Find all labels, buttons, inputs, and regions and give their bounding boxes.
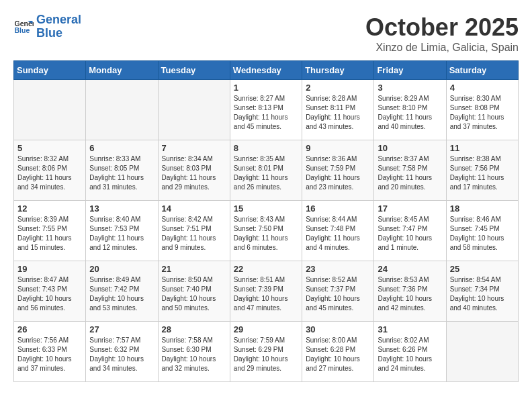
day-info: Sunrise: 8:36 AMSunset: 7:59 PMDaylight:… <box>306 154 370 192</box>
day-info: Sunrise: 8:52 AMSunset: 7:37 PMDaylight:… <box>306 275 370 313</box>
day-number: 21 <box>162 264 226 274</box>
logo-line2: Blue <box>36 27 81 40</box>
day-info: Sunrise: 8:43 AMSunset: 7:50 PMDaylight:… <box>234 215 298 253</box>
logo-text: General Blue <box>36 13 81 40</box>
day-info: Sunrise: 8:54 AMSunset: 7:34 PMDaylight:… <box>450 275 515 313</box>
svg-text:Blue: Blue <box>15 26 30 34</box>
calendar-table: SundayMondayTuesdayWednesdayThursdayFrid… <box>13 60 519 382</box>
day-number: 12 <box>17 203 82 214</box>
day-info: Sunrise: 8:51 AMSunset: 7:39 PMDaylight:… <box>234 275 298 313</box>
calendar-week-4: 19Sunrise: 8:47 AMSunset: 7:43 PMDayligh… <box>14 261 519 322</box>
day-number: 11 <box>450 143 515 153</box>
calendar-cell: 18Sunrise: 8:46 AMSunset: 7:45 PMDayligh… <box>446 201 518 261</box>
calendar-cell: 25Sunrise: 8:54 AMSunset: 7:34 PMDayligh… <box>446 261 518 322</box>
day-number: 4 <box>450 83 515 93</box>
day-number: 25 <box>450 264 515 274</box>
day-number: 3 <box>378 83 442 93</box>
calendar-week-1: 1Sunrise: 8:27 AMSunset: 8:13 PMDaylight… <box>14 80 519 140</box>
day-info: Sunrise: 8:45 AMSunset: 7:47 PMDaylight:… <box>378 215 442 253</box>
weekday-header-saturday: Saturday <box>446 61 518 80</box>
weekday-header-monday: Monday <box>86 61 158 80</box>
day-info: Sunrise: 8:39 AMSunset: 7:55 PMDaylight:… <box>17 215 82 253</box>
calendar-cell: 6Sunrise: 8:33 AMSunset: 8:05 PMDaylight… <box>86 140 158 201</box>
calendar-cell <box>446 322 518 382</box>
calendar-cell: 15Sunrise: 8:43 AMSunset: 7:50 PMDayligh… <box>230 201 302 261</box>
day-info: Sunrise: 8:40 AMSunset: 7:53 PMDaylight:… <box>89 215 154 253</box>
day-info: Sunrise: 8:32 AMSunset: 8:06 PMDaylight:… <box>17 154 82 192</box>
day-number: 5 <box>17 143 82 153</box>
calendar-cell: 10Sunrise: 8:37 AMSunset: 7:58 PMDayligh… <box>374 140 446 201</box>
day-number: 9 <box>306 143 370 153</box>
month-title: October 2025 <box>365 13 519 42</box>
calendar-cell <box>14 80 86 140</box>
day-info: Sunrise: 8:29 AMSunset: 8:10 PMDaylight:… <box>378 94 442 132</box>
calendar-cell: 17Sunrise: 8:45 AMSunset: 7:47 PMDayligh… <box>374 201 446 261</box>
day-info: Sunrise: 8:34 AMSunset: 8:03 PMDaylight:… <box>162 154 226 192</box>
day-info: Sunrise: 8:38 AMSunset: 7:56 PMDaylight:… <box>450 154 515 192</box>
day-number: 10 <box>378 143 442 153</box>
calendar-cell: 27Sunrise: 7:57 AMSunset: 6:32 PMDayligh… <box>86 322 158 382</box>
day-number: 29 <box>234 324 298 334</box>
calendar-cell: 24Sunrise: 8:53 AMSunset: 7:36 PMDayligh… <box>374 261 446 322</box>
day-number: 20 <box>89 264 154 274</box>
weekday-header-friday: Friday <box>374 61 446 80</box>
calendar-cell <box>158 80 230 140</box>
title-area: October 2025 Xinzo de Limia, Galicia, Sp… <box>365 13 519 54</box>
calendar-cell: 13Sunrise: 8:40 AMSunset: 7:53 PMDayligh… <box>86 201 158 261</box>
day-info: Sunrise: 8:53 AMSunset: 7:36 PMDaylight:… <box>378 275 442 313</box>
day-info: Sunrise: 8:37 AMSunset: 7:58 PMDaylight:… <box>378 154 442 192</box>
logo: General Blue General Blue <box>13 13 81 40</box>
day-number: 6 <box>89 143 154 153</box>
calendar-cell <box>86 80 158 140</box>
day-number: 1 <box>234 83 298 93</box>
calendar-cell: 29Sunrise: 7:59 AMSunset: 6:29 PMDayligh… <box>230 322 302 382</box>
calendar-cell: 20Sunrise: 8:49 AMSunset: 7:42 PMDayligh… <box>86 261 158 322</box>
day-info: Sunrise: 8:50 AMSunset: 7:40 PMDaylight:… <box>162 275 226 313</box>
day-number: 28 <box>162 324 226 334</box>
day-number: 2 <box>306 83 370 93</box>
day-info: Sunrise: 7:57 AMSunset: 6:32 PMDaylight:… <box>89 336 154 373</box>
calendar-cell: 11Sunrise: 8:38 AMSunset: 7:56 PMDayligh… <box>446 140 518 201</box>
day-info: Sunrise: 8:42 AMSunset: 7:51 PMDaylight:… <box>162 215 226 253</box>
day-info: Sunrise: 8:47 AMSunset: 7:43 PMDaylight:… <box>17 275 82 313</box>
day-info: Sunrise: 8:27 AMSunset: 8:13 PMDaylight:… <box>234 94 298 132</box>
day-info: Sunrise: 8:46 AMSunset: 7:45 PMDaylight:… <box>450 215 515 253</box>
calendar-cell: 7Sunrise: 8:34 AMSunset: 8:03 PMDaylight… <box>158 140 230 201</box>
day-info: Sunrise: 7:56 AMSunset: 6:33 PMDaylight:… <box>17 336 82 373</box>
day-info: Sunrise: 7:58 AMSunset: 6:30 PMDaylight:… <box>162 336 226 373</box>
day-info: Sunrise: 8:00 AMSunset: 6:28 PMDaylight:… <box>306 336 370 373</box>
day-number: 18 <box>450 203 515 214</box>
day-number: 24 <box>378 264 442 274</box>
day-info: Sunrise: 8:35 AMSunset: 8:01 PMDaylight:… <box>234 154 298 192</box>
calendar-week-3: 12Sunrise: 8:39 AMSunset: 7:55 PMDayligh… <box>14 201 519 261</box>
calendar-cell: 4Sunrise: 8:30 AMSunset: 8:08 PMDaylight… <box>446 80 518 140</box>
calendar-cell: 3Sunrise: 8:29 AMSunset: 8:10 PMDaylight… <box>374 80 446 140</box>
day-number: 27 <box>89 324 154 334</box>
day-info: Sunrise: 8:28 AMSunset: 8:11 PMDaylight:… <box>306 94 370 132</box>
calendar-cell: 19Sunrise: 8:47 AMSunset: 7:43 PMDayligh… <box>14 261 86 322</box>
location-title: Xinzo de Limia, Galicia, Spain <box>365 42 519 54</box>
day-info: Sunrise: 8:33 AMSunset: 8:05 PMDaylight:… <box>89 154 154 192</box>
calendar-cell: 22Sunrise: 8:51 AMSunset: 7:39 PMDayligh… <box>230 261 302 322</box>
calendar-cell: 8Sunrise: 8:35 AMSunset: 8:01 PMDaylight… <box>230 140 302 201</box>
day-number: 23 <box>306 264 370 274</box>
calendar-cell: 26Sunrise: 7:56 AMSunset: 6:33 PMDayligh… <box>14 322 86 382</box>
calendar-cell: 23Sunrise: 8:52 AMSunset: 7:37 PMDayligh… <box>302 261 374 322</box>
day-number: 8 <box>234 143 298 153</box>
calendar-cell: 14Sunrise: 8:42 AMSunset: 7:51 PMDayligh… <box>158 201 230 261</box>
header: General Blue General Blue October 2025 X… <box>13 13 519 54</box>
weekday-header-tuesday: Tuesday <box>158 61 230 80</box>
calendar-cell: 1Sunrise: 8:27 AMSunset: 8:13 PMDaylight… <box>230 80 302 140</box>
day-number: 17 <box>378 203 442 214</box>
weekday-header-sunday: Sunday <box>14 61 86 80</box>
calendar-week-2: 5Sunrise: 8:32 AMSunset: 8:06 PMDaylight… <box>14 140 519 201</box>
calendar-cell: 16Sunrise: 8:44 AMSunset: 7:48 PMDayligh… <box>302 201 374 261</box>
day-info: Sunrise: 8:02 AMSunset: 6:26 PMDaylight:… <box>378 336 442 373</box>
logo-line1: General <box>36 13 81 27</box>
calendar-cell: 21Sunrise: 8:50 AMSunset: 7:40 PMDayligh… <box>158 261 230 322</box>
weekday-header-thursday: Thursday <box>302 61 374 80</box>
day-info: Sunrise: 8:30 AMSunset: 8:08 PMDaylight:… <box>450 94 515 132</box>
day-number: 31 <box>378 324 442 334</box>
day-info: Sunrise: 8:44 AMSunset: 7:48 PMDaylight:… <box>306 215 370 253</box>
day-number: 16 <box>306 203 370 214</box>
